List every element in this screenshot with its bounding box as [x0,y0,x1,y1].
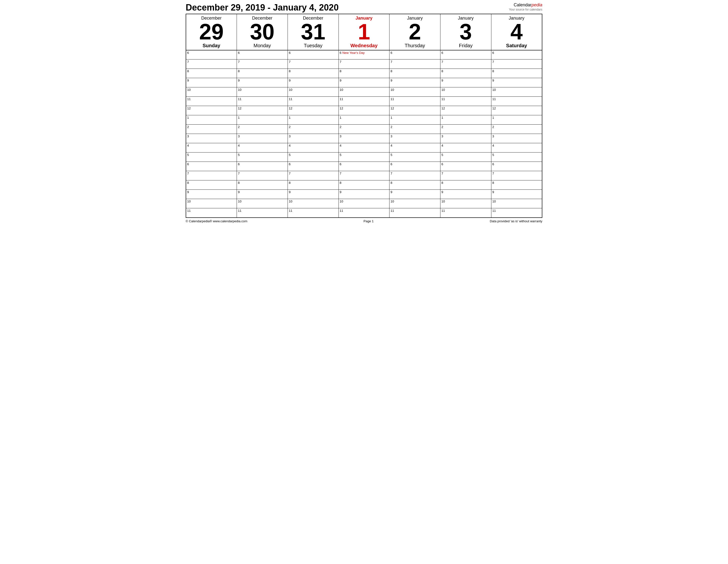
cell-2-5: 8 [440,69,491,78]
time-label-16-3: 10 [340,200,343,203]
cell-7-6: 1 [491,115,542,125]
cell-8-5: 2 [440,125,491,134]
time-label-11-6: 5 [492,153,494,157]
cell-7-5: 1 [440,115,491,125]
time-row-5: 11111111111111 [186,97,542,106]
logo-area: Calendarpedia Your source for calendars [509,2,542,11]
cell-15-5: 9 [440,190,491,199]
time-label-14-5: 8 [441,181,443,185]
cell-9-0: 3 [186,134,237,143]
page: December 29, 2019 - January 4, 2020 Cale… [182,0,546,228]
time-label-11-2: 5 [289,153,291,157]
logo-subtitle: Your source for calendars [509,8,542,11]
time-label-16-2: 10 [289,200,292,203]
cell-11-6: 5 [491,153,542,162]
time-label-11-0: 5 [187,153,189,157]
cell-15-1: 9 [237,190,288,199]
time-label-1-2: 7 [289,60,291,64]
cell-13-2: 7 [288,171,339,181]
cell-1-6: 7 [491,60,542,69]
cell-11-4: 5 [389,153,440,162]
time-label-17-5: 11 [441,209,445,213]
time-label-8-0: 2 [187,125,189,129]
time-label-13-3: 7 [340,172,341,175]
logo-text: Calendarpedia [509,2,542,8]
cell-13-5: 7 [440,171,491,181]
time-label-6-0: 12 [187,107,191,110]
time-label-4-5: 10 [441,88,445,92]
cell-13-1: 7 [237,171,288,181]
time-row-4: 10101010101010 [186,87,542,97]
time-label-7-4: 1 [390,116,392,120]
time-label-1-6: 7 [492,60,494,64]
cell-8-4: 2 [389,125,440,134]
cell-12-1: 6 [237,162,288,171]
time-label-2-1: 8 [238,69,240,73]
time-label-16-1: 10 [238,200,241,203]
cell-10-6: 4 [491,143,542,153]
time-label-4-6: 10 [492,88,496,92]
holiday-label-0: New Year's Day [341,51,365,55]
cell-4-6: 10 [491,87,542,97]
time-label-17-4: 11 [390,209,394,213]
time-label-6-4: 12 [390,107,394,110]
time-label-12-2: 6 [289,162,291,166]
time-label-1-3: 7 [340,60,341,64]
footer-center: Page 1 [364,219,374,223]
time-label-10-1: 4 [238,144,240,147]
cell-5-5: 11 [440,97,491,106]
time-label-2-0: 8 [187,69,189,73]
day-name-6: Saturday [492,43,541,48]
time-label-7-1: 1 [238,116,240,120]
time-label-10-4: 4 [390,144,392,147]
cell-1-3: 7 [339,60,389,69]
time-label-12-1: 6 [238,162,240,166]
time-label-12-0: 6 [187,162,189,166]
cell-16-6: 10 [491,199,542,208]
cell-8-3: 2 [339,125,389,134]
time-label-9-1: 3 [238,134,240,138]
cell-0-3: 6 New Year's Day [339,50,389,60]
time-label-0-0: 6 [187,51,189,55]
cell-10-4: 4 [389,143,440,153]
cell-10-1: 4 [237,143,288,153]
cell-15-2: 9 [288,190,339,199]
time-row-15: 9999999 [186,190,542,199]
time-label-15-2: 9 [289,190,291,194]
time-label-14-1: 8 [238,181,240,185]
time-label-3-4: 9 [390,79,392,82]
cell-0-1: 6 [237,50,288,60]
cell-14-6: 8 [491,181,542,190]
cell-17-2: 11 [288,208,339,218]
logo-pedia: pedia [532,2,542,7]
day-number-4: 2 [390,21,439,43]
time-label-14-0: 8 [187,181,189,185]
cell-11-0: 5 [186,153,237,162]
time-label-6-2: 12 [289,107,292,110]
time-label-17-3: 11 [340,209,343,213]
time-label-15-6: 9 [492,190,494,194]
cell-14-1: 8 [237,181,288,190]
time-row-12: 6666666 [186,162,542,171]
cell-12-6: 6 [491,162,542,171]
day-number-2: 31 [289,21,338,43]
cell-6-2: 12 [288,106,339,115]
time-label-16-4: 10 [390,200,394,203]
cell-17-4: 11 [389,208,440,218]
cell-0-2: 6 [288,50,339,60]
cell-1-4: 7 [389,60,440,69]
cell-5-6: 11 [491,97,542,106]
time-label-2-5: 8 [441,69,443,73]
time-label-8-1: 2 [238,125,240,129]
time-label-4-0: 10 [187,88,191,92]
day-name-2: Tuesday [289,43,338,48]
time-label-16-0: 10 [187,200,191,203]
cell-14-2: 8 [288,181,339,190]
time-label-12-5: 6 [441,162,443,166]
day-number-3: 1 [340,21,388,43]
cell-6-3: 12 [339,106,389,115]
cell-15-4: 9 [389,190,440,199]
time-row-1: 7777777 [186,60,542,69]
time-label-1-0: 7 [187,60,189,64]
cell-3-2: 9 [288,78,339,87]
